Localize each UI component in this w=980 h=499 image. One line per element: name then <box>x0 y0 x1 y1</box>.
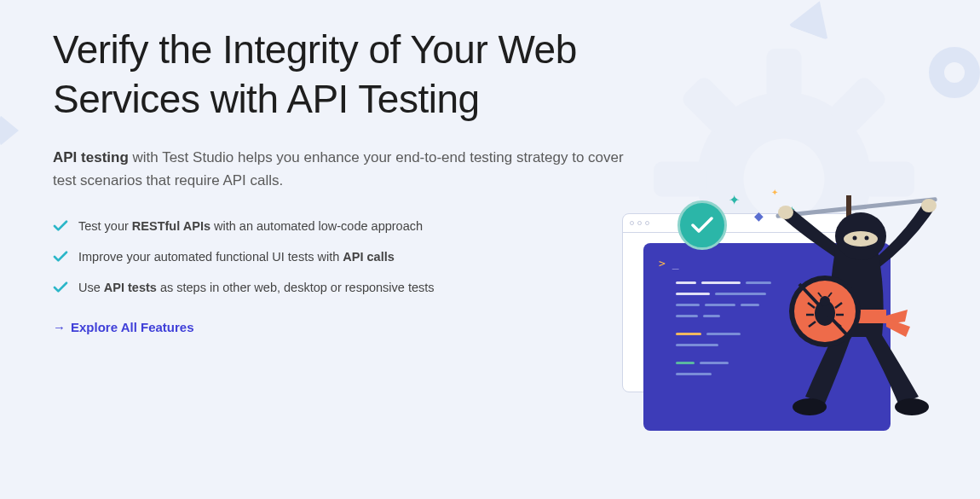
cta-label: Explore All Features <box>71 320 194 334</box>
explore-features-link[interactable]: → Explore All Features <box>53 320 194 334</box>
page-heading: Verify the Integrity of Your Web Service… <box>53 26 641 124</box>
page-subtitle: API testing with Test Studio helps you e… <box>53 146 641 192</box>
feature-text: Use API tests as steps in other web, des… <box>78 281 435 294</box>
feature-text: Test your RESTful APIs with an automated… <box>78 219 423 233</box>
feature-text: Improve your automated functional UI tes… <box>78 250 395 264</box>
subtitle-strong: API testing <box>53 149 129 165</box>
subtitle-text: with Test Studio helps you enhance your … <box>53 149 624 189</box>
feature-item: Use API tests as steps in other web, des… <box>53 281 641 294</box>
svg-point-20 <box>895 398 929 415</box>
feature-item: Test your RESTful APIs with an automated… <box>53 219 641 233</box>
check-icon <box>53 281 68 293</box>
feature-item: Improve your automated functional UI tes… <box>53 250 641 264</box>
arrow-right-icon: → <box>53 320 66 334</box>
check-icon <box>53 251 68 263</box>
feature-list: Test your RESTful APIs with an automated… <box>53 219 641 294</box>
check-icon <box>53 220 68 232</box>
svg-point-19 <box>793 398 827 415</box>
